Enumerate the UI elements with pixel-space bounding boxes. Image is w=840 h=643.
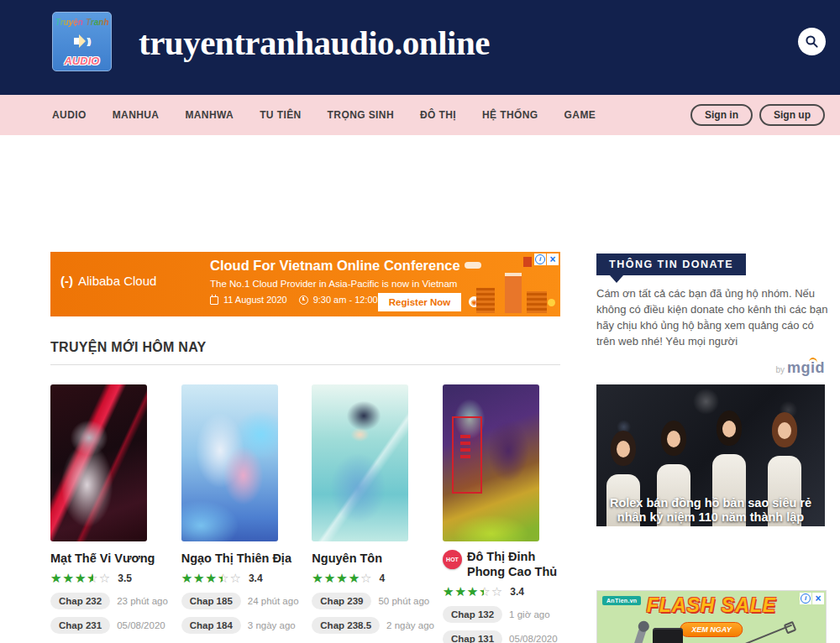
chapter-time: 05/08/2020 [117,620,165,630]
logo-text-audio: AUDIO [65,55,100,67]
ad-choices: i × [534,254,559,265]
main-nav: AUDIO MANHUA MANHWA TU TIÊN TRỌNG SINH Đ… [0,95,840,135]
site-title[interactable]: truyentranhaudio.online [139,23,490,63]
nav-item-manhwa[interactable]: MANHWA [185,109,234,121]
chapter-badge[interactable]: Chap 238.5 [312,617,380,634]
comic-card: Ngạo Thị Thiên Địa ☆☆☆☆☆★★★★★ 3.4 Chap 1… [181,384,303,643]
comic-card-grid: Mạt Thế Vi Vương ☆☆☆☆☆★★★★★ 3.5 Chap 232… [50,384,564,643]
rating-value: 3.4 [249,572,263,584]
chapter-row: Chap 238.5 2 ngày ago [312,617,433,634]
title-row: HOT Đô Thị Đỉnh Phong Cao Thủ [443,549,564,579]
nav-item-tu-tien[interactable]: TU TIÊN [260,109,301,121]
microphone-product-image [633,627,647,643]
chapter-badge[interactable]: Chap 184 [181,617,241,634]
native-ad-caption: Rolex bán đồng hồ bản sao siêu rẻ nhân k… [596,496,825,525]
star-icons: ☆☆☆☆☆★★★★★ [181,572,242,585]
chapter-time: 05/08/2020 [509,634,558,643]
chapter-badge[interactable]: Chap 231 [50,617,110,634]
comic-title[interactable]: Nguyên Tôn [312,551,431,566]
register-now-button[interactable]: Register Now [378,293,461,311]
rating-value: 4 [380,572,386,584]
banner-ad-date: 11 August 2020 [223,295,287,305]
chapter-time: 24 phút ago [248,596,299,606]
chapter-row: Chap 185 24 phút ago [181,593,303,609]
cover-image[interactable] [50,384,147,541]
comic-title[interactable]: Mạt Thế Vi Vương [50,551,170,566]
hot-badge: HOT [443,550,462,569]
rating-value: 3.5 [118,572,132,584]
section-title-new-today: TRUYỆN MỚI HÔM NAY [50,340,207,355]
clock-icon [299,295,308,305]
chapter-badge[interactable]: Chap 185 [181,593,241,609]
auth-buttons: Sign in Sign up [690,104,825,126]
cover-image[interactable] [181,384,278,541]
star-icons: ☆☆☆☆☆★★★★★ [312,572,372,585]
chapter-row: Chap 184 3 ngày ago [181,617,303,634]
nav-item-manhua[interactable]: MANHUA [113,109,160,121]
chapter-row: Chap 132 1 giờ ago [443,606,564,623]
chapter-time: 3 ngày ago [248,620,296,630]
calendar-icon [210,296,218,305]
section-divider [50,364,560,365]
comic-card: Mạt Thế Vi Vương ☆☆☆☆☆★★★★★ 3.5 Chap 232… [50,384,172,643]
chapter-time: 2 ngày ago [386,620,434,630]
chapter-row: Chap 232 23 phút ago [50,593,172,609]
cover-image[interactable] [443,384,539,541]
banner-ad-title: Cloud For Vietnam Online Conference [210,258,460,274]
cover-image[interactable] [312,384,408,541]
chapter-badge[interactable]: Chap 132 [443,606,502,623]
nav-item-he-thong[interactable]: HỆ THỐNG [482,109,538,121]
page: Truyện Tranh )) AUDIO truyentranhaudio.o… [0,0,840,643]
native-ad-rolex[interactable]: Rolex bán đồng hồ bản sao siêu rẻ nhân k… [596,384,825,526]
flash-sale-ad[interactable]: AnTien.vn FLASH SALE XEM NGAY i × [596,590,827,643]
nav-item-audio[interactable]: AUDIO [52,109,87,121]
flash-sale-title: FLASH SALE [597,594,826,617]
sign-in-button[interactable]: Sign in [690,104,753,126]
powerbank-product-image [653,628,683,643]
comic-title[interactable]: Đô Thị Đỉnh Phong Cao Thủ [467,549,561,579]
xem-ngay-button[interactable]: XEM NGAY [680,622,743,637]
comic-card: Nguyên Tôn ☆☆☆☆☆★★★★★ 4 Chap 239 50 phút… [312,384,433,643]
ad-info-icon[interactable]: i [800,593,811,604]
search-button[interactable] [798,28,826,55]
comic-card: HOT Đô Thị Đỉnh Phong Cao Thủ ☆☆☆☆☆★★★★★… [443,384,564,643]
nav-item-game[interactable]: GAME [564,109,596,121]
rating: ☆☆☆☆☆★★★★★ 4 [312,572,433,585]
banner-ad-brand: (-) Alibaba Cloud [60,274,156,288]
mgid-by-label: by [775,365,785,374]
site-logo[interactable]: Truyện Tranh )) AUDIO [52,12,112,71]
mgid-logo: mgid [787,359,825,376]
rating: ☆☆☆☆☆★★★★★ 3.5 [50,572,172,585]
mgid-attribution[interactable]: bymgid [596,359,825,377]
logo-text-top: Truyện Tranh [55,18,109,27]
chapter-row: Chap 231 05/08/2020 [50,617,172,634]
rating: ☆☆☆☆☆★★★★★ 3.4 [181,572,303,585]
sign-up-button[interactable]: Sign up [759,104,825,126]
selfie-stick-product-image [740,625,792,643]
chapter-badge[interactable]: Chap 131 [443,630,502,643]
chapter-row: Chap 239 50 phút ago [312,593,433,609]
banner-ad-subtitle: The No.1 Cloud Provider in Asia-Pacific … [210,279,457,289]
ad-choices: i × [800,593,824,604]
chapter-time: 23 phút ago [117,596,168,606]
chapter-time: 1 giờ ago [509,609,549,619]
star-icons: ☆☆☆☆☆★★★★★ [50,572,111,585]
chapter-time: 50 phút ago [378,596,429,606]
nav-item-do-thi[interactable]: ĐÔ THỊ [420,109,456,121]
donate-message: Cám ơn tất cả các bạn đã ủng hộ nhóm. Nế… [596,285,833,349]
star-icons: ☆☆☆☆☆★★★★★ [443,585,503,599]
nav-item-trong-sinh[interactable]: TRỌNG SINH [328,109,394,121]
speaker-icon: )) [74,34,89,48]
ad-close-icon[interactable]: × [547,254,559,265]
comic-title[interactable]: Ngạo Thị Thiên Địa [181,551,301,566]
chapter-badge[interactable]: Chap 232 [50,593,110,609]
ad-info-icon[interactable]: i [534,254,546,265]
search-icon [805,34,819,49]
rating-value: 3.4 [510,586,524,598]
banner-ad-alibaba[interactable]: (-) Alibaba Cloud Cloud For Vietnam Onli… [50,252,560,316]
chapter-row: Chap 131 05/08/2020 [443,630,564,643]
site-header: Truyện Tranh )) AUDIO truyentranhaudio.o… [0,0,840,95]
chapter-badge[interactable]: Chap 239 [312,593,371,609]
rating: ☆☆☆☆☆★★★★★ 3.4 [443,585,564,599]
ad-close-icon[interactable]: × [812,593,824,604]
